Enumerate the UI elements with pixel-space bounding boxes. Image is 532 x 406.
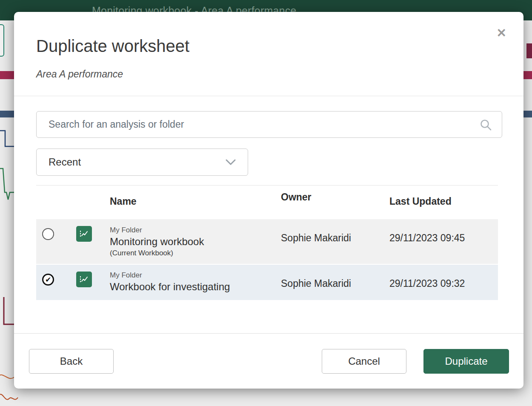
search-icon (480, 119, 492, 132)
folder-label: My Folder (110, 225, 281, 235)
chevron-down-icon (226, 159, 236, 166)
sort-dropdown[interactable]: Recent (36, 149, 248, 176)
cancel-button[interactable]: Cancel (322, 349, 406, 374)
last-updated: 29/11/2023 09:45 (389, 232, 498, 244)
workbook-name: Workbook for investigating (110, 280, 281, 293)
column-header-last-updated: Last Updated (389, 196, 498, 207)
dialog-subtitle: Area A performance (36, 69, 123, 80)
table-header: Name Owner Last Updated (36, 196, 498, 207)
search-input[interactable] (37, 112, 502, 137)
dialog-title: Duplicate worksheet (36, 37, 189, 56)
column-header-name: Name (110, 196, 281, 207)
background-maroon-block (526, 43, 532, 58)
folder-label: My Folder (110, 270, 281, 280)
owner-name: Sophie Makaridi (281, 232, 389, 244)
workbook-icon (76, 272, 92, 287)
radio-unselected[interactable] (42, 228, 54, 240)
workbook-name: Monitoring workbook (110, 235, 281, 248)
current-workbook-note: (Current Workbook) (110, 248, 281, 258)
search-box (36, 111, 502, 138)
divider (36, 185, 498, 186)
workbook-icon (76, 226, 92, 242)
column-header-owner: Owner (281, 192, 312, 203)
sort-dropdown-value: Recent (49, 156, 81, 168)
owner-name: Sophie Makaridi (281, 278, 389, 289)
radio-selected[interactable]: ✔ (42, 274, 54, 286)
table-row[interactable]: My Folder Monitoring workbook (Current W… (36, 219, 498, 264)
last-updated: 29/11/2023 09:32 (389, 278, 498, 289)
divider (14, 96, 523, 96)
duplicate-button[interactable]: Duplicate (423, 349, 509, 374)
table-row[interactable]: ✔ My Folder Workbook for investigating S… (36, 265, 498, 300)
close-icon[interactable]: ✕ (497, 27, 506, 39)
back-button[interactable]: Back (29, 349, 114, 374)
background-tab-fragment (0, 24, 4, 57)
divider (14, 333, 523, 334)
duplicate-worksheet-dialog: ✕ Duplicate worksheet Area A performance… (14, 12, 523, 389)
check-icon: ✔ (45, 276, 51, 283)
